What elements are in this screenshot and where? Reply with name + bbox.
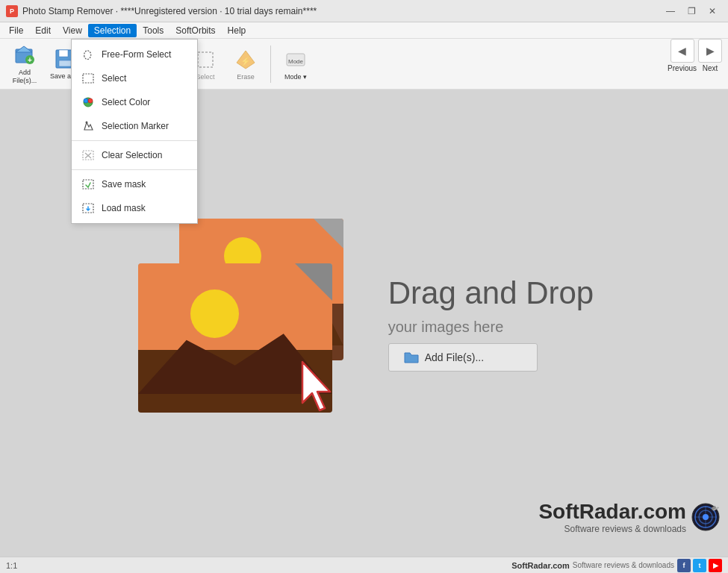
cursor-illustration [299,358,343,420]
select-color-label: Select Color [102,97,150,107]
menu-tools[interactable]: Tools [137,24,169,37]
status-left: 1:1 [6,561,17,570]
status-right: SoftRadar.com Software reviews & downloa… [511,559,722,572]
select-label: Select [196,73,214,81]
menu-item-freeform[interactable]: Free-Form Select [72,43,197,66]
selection-marker-icon [81,119,96,134]
svg-text:+: + [28,56,32,64]
select-label: Select [102,73,126,84]
freeform-label: Free-Form Select [102,49,171,60]
drag-drop-title: Drag and Drop [388,275,594,311]
menu-file[interactable]: File [3,24,29,37]
app-icon: P [6,5,18,17]
erase-label: Erase [237,73,255,81]
mode-label: Mode ▾ [284,73,307,81]
svg-marker-13 [302,362,330,410]
svg-rect-5 [59,50,68,57]
select-rect-icon [81,71,96,86]
svg-point-25 [88,98,93,103]
menu-item-save-mask[interactable]: Save mask [72,172,197,196]
youtube-icon[interactable]: ▶ [709,559,722,572]
add-files-label: Add File(s)... [7,69,43,85]
zoom-level: 1:1 [6,561,17,570]
drag-drop-illustration [134,211,358,435]
softradar-watermark: SoftRadar.com Software reviews & downloa… [538,500,721,534]
menu-help[interactable]: Help [222,24,252,37]
svg-point-26 [86,122,88,124]
window-controls: — ❐ ✕ [661,4,722,19]
toolbar-erase[interactable]: ⚡ Erase [227,43,264,86]
menu-item-clear-selection[interactable]: Clear Selection [72,143,197,167]
toolbar-separator-3 [270,46,271,83]
mode-icon: Mode [284,48,308,72]
add-files-button[interactable]: Add File(s)... [388,343,538,372]
twitter-icon[interactable]: t [693,559,706,572]
softradar-tagline: Software reviews & downloads [538,524,686,534]
menu-item-select[interactable]: Select [72,66,197,90]
softradar-status: SoftRadar.com [511,561,570,570]
load-mask-icon [81,201,96,216]
nav-buttons: ◀ Previous ▶ Next [668,39,722,72]
menu-item-select-color[interactable]: Select Color [72,90,197,114]
restore-button[interactable]: ❐ [682,4,701,19]
drag-drop-area: Drag and Drop your images here Add File(… [134,211,594,435]
next-button[interactable]: ▶ [698,39,722,63]
clear-selection-label: Clear Selection [102,150,162,160]
load-mask-label: Load mask [102,203,146,213]
prev-label: Previous [668,64,697,72]
save-mask-icon [81,177,96,192]
menu-view[interactable]: View [57,24,88,37]
selection-marker-label: Selection Marker [102,121,169,131]
drag-drop-text: Drag and Drop your images here Add File(… [388,275,594,372]
menu-separator-1 [72,140,197,141]
select-color-icon [81,95,96,110]
menu-edit[interactable]: Edit [29,24,57,37]
erase-icon: ⚡ [234,48,258,72]
toolbar-add-files[interactable]: + Add File(s)... [6,43,43,86]
freeform-select-icon [81,47,96,62]
toolbar-mode[interactable]: Mode Mode ▾ [277,43,314,86]
save-mask-label: Save mask [102,179,146,190]
selection-dropdown: Free-Form Select Select Select Color [71,39,198,224]
menu-softorbits[interactable]: SoftOrbits [169,24,221,37]
svg-rect-22 [83,74,93,83]
close-button[interactable]: ✕ [703,4,722,19]
menu-item-selection-marker[interactable]: Selection Marker [72,114,197,138]
social-icons: f t ▶ [677,559,722,572]
minimize-button[interactable]: — [661,4,680,19]
app-title: Photo Stamp Remover · ****Unregistered v… [22,6,317,16]
menu-selection[interactable]: Selection [88,24,137,37]
title-bar: P Photo Stamp Remover · ****Unregistered… [0,0,728,22]
add-files-icon: + [13,43,37,67]
menu-separator-2 [72,169,197,170]
next-label: Next [703,64,718,72]
status-bar: 1:1 SoftRadar.com Software reviews & dow… [0,557,728,573]
softradar-name: SoftRadar.com [538,500,686,524]
menu-item-load-mask[interactable]: Load mask [72,196,197,220]
prev-button[interactable]: ◀ [671,39,694,63]
facebook-icon[interactable]: f [677,559,691,572]
menu-bar: File Edit View Selection Tools SoftOrbit… [0,22,728,39]
drag-drop-subtitle: your images here [388,319,594,336]
svg-text:⚡: ⚡ [240,56,251,66]
svg-rect-8 [198,52,213,67]
softradar-status-sub: Software reviews & downloads [573,561,674,569]
svg-text:Mode: Mode [288,58,304,65]
satellite-icon [691,502,721,532]
clear-selection-icon [81,148,96,163]
svg-rect-6 [59,60,71,66]
svg-point-24 [84,98,88,103]
